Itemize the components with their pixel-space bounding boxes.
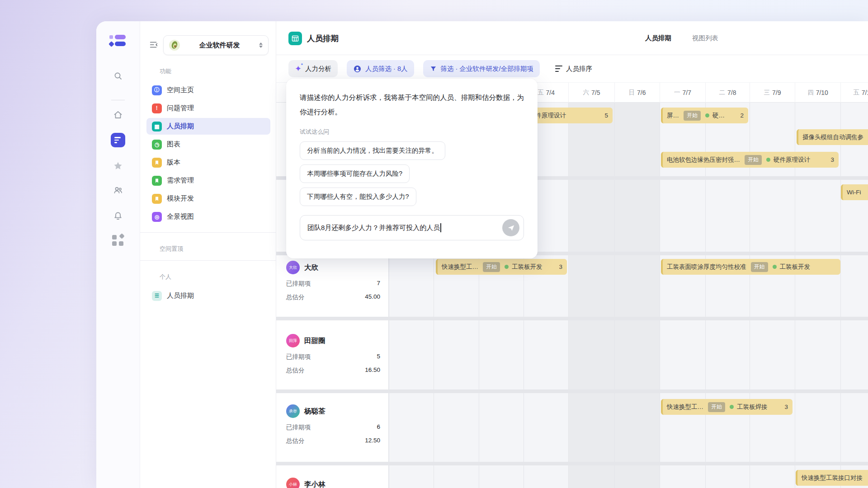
estimate-value: 2 bbox=[736, 112, 744, 119]
view-tabs: 人员排期 视图列表 bbox=[645, 21, 718, 55]
day-column-7/11: 五7/11 bbox=[840, 83, 868, 103]
estimate-value: 3 bbox=[555, 263, 562, 270]
hr-analysis-button[interactable]: ✦ 人力分析 bbox=[288, 60, 338, 77]
grid-column-line bbox=[840, 103, 841, 488]
task-title: 屏… bbox=[667, 112, 679, 120]
sidebar-item-需求管理[interactable]: 需求管理 bbox=[146, 172, 270, 189]
send-icon bbox=[507, 224, 515, 232]
task-title: 电池软包边缘热压密封强… bbox=[667, 156, 740, 164]
bookmark-icon bbox=[152, 194, 162, 204]
task-bar[interactable]: 快速换型工装接口对接 bbox=[796, 470, 868, 486]
sidebar-item-人员排期[interactable]: ☰人员排期 bbox=[146, 287, 270, 304]
send-button[interactable] bbox=[502, 219, 519, 236]
status-badge: 开始 bbox=[745, 155, 762, 165]
estimate-value: 3 bbox=[781, 404, 788, 410]
person-row: 承举杨聪荃 bbox=[276, 404, 389, 418]
person-card-杨聪荃: 承举杨聪荃已排期项6总估分12.50 bbox=[276, 404, 389, 418]
filter-button[interactable]: 筛选 · 企业软件研发/全部排期项 bbox=[423, 60, 540, 77]
workspace-avatar-icon bbox=[169, 40, 180, 51]
task-title: 快速换型工装接口对接 bbox=[802, 474, 863, 482]
person-name: 李小林 bbox=[304, 480, 326, 488]
category-dot-icon bbox=[705, 113, 709, 117]
avatar: 小林 bbox=[286, 478, 300, 488]
category-dot-icon bbox=[766, 158, 770, 162]
apps-grid-icon[interactable] bbox=[112, 234, 124, 246]
page-title: 人员排期 bbox=[307, 33, 339, 44]
task-bar[interactable]: 快速换型工…开始工装板开发3 bbox=[436, 259, 567, 275]
home-icon[interactable] bbox=[110, 107, 126, 122]
star-icon[interactable] bbox=[110, 158, 126, 174]
person-card-大欣: 大欣大欣已排期项7总估分45.00 bbox=[276, 261, 389, 274]
sidebar-divider bbox=[140, 260, 276, 261]
task-bar[interactable]: 摄像头模组自动调焦参 bbox=[797, 129, 868, 145]
task-bar[interactable]: 工装表面喷涂厚度均匀性校准开始工装板开发 bbox=[661, 259, 840, 275]
projects-icon[interactable] bbox=[111, 133, 125, 147]
tab-view-list[interactable]: 视图列表 bbox=[692, 34, 718, 42]
sidebar-item-空间主页[interactable]: ⓘ空间主页 bbox=[146, 82, 270, 99]
bookmark-icon bbox=[152, 176, 162, 186]
sidebar-item-问题管理[interactable]: ！问题管理 bbox=[146, 100, 270, 117]
scheduled-count-row: 已排期项7 bbox=[286, 280, 380, 288]
sort-icon bbox=[555, 66, 562, 72]
status-badge: 开始 bbox=[483, 262, 500, 272]
chart-icon: ◷ bbox=[152, 140, 162, 150]
sidebar-divider bbox=[140, 232, 276, 233]
person-card-田甜圈: 田萍田甜圈已排期项5总估分16.50 bbox=[276, 334, 389, 347]
task-bar[interactable]: 快速换型工…开始工装板焊接3 bbox=[661, 399, 793, 415]
sparkle-icon: ✦ bbox=[295, 65, 302, 73]
day-column-7/6: 日7/6 bbox=[614, 83, 660, 103]
task-bar[interactable]: 电池软包边缘热压密封强…开始硬件原理设计3 bbox=[661, 152, 839, 168]
sidebar-item-label: 全景视图 bbox=[167, 212, 194, 221]
input-value: 团队8月还剩多少人力？并推荐可投入的人员 bbox=[307, 223, 502, 232]
task-bar[interactable]: Wi-Fi bbox=[841, 184, 868, 200]
workspace-selector[interactable]: 企业软件研发 bbox=[163, 35, 269, 55]
pinned-section-label: 空间置顶 bbox=[160, 245, 276, 253]
hr-analysis-dialog: 请描述你的人力分析诉求，我将基于本空间的人员、排期和估分数据，为你进行分析。 试… bbox=[286, 79, 538, 258]
task-bar[interactable]: 屏…开始硬…2 bbox=[661, 108, 748, 123]
alert-icon: ！ bbox=[152, 103, 162, 113]
person-row: 小林李小林 bbox=[276, 478, 389, 488]
category-label: 工装板开发 bbox=[780, 263, 811, 271]
total-score-row: 总估分45.00 bbox=[286, 293, 380, 301]
person-card-李小林: 小林李小林 bbox=[276, 478, 389, 488]
suggestion-chip[interactable]: 下周哪些人有空，能投入多少人力? bbox=[300, 188, 416, 206]
page-header: 人员排期 人员排期 视图列表 bbox=[276, 21, 868, 55]
task-title: 快速换型工… bbox=[667, 403, 703, 411]
sidebar-menu: ⓘ空间主页！问题管理▦人员排期◷图表版本需求管理模块开发◎全景视图 bbox=[146, 82, 270, 225]
suggestion-chip[interactable]: 分析当前的人力情况，找出需要关注的异常。 bbox=[300, 141, 445, 160]
sidebar-item-label: 问题管理 bbox=[167, 104, 194, 113]
suggestion-list: 分析当前的人力情况，找出需要关注的异常。本周哪些事项可能存在人力风险?下周哪些人… bbox=[300, 141, 524, 206]
grid-column-line bbox=[614, 103, 615, 488]
people-icon[interactable] bbox=[110, 183, 126, 198]
sidebar-item-模块开发[interactable]: 模块开发 bbox=[146, 190, 270, 207]
app-window: 企业软件研发 功能 ⓘ空间主页！问题管理▦人员排期◷图表版本需求管理模块开发◎全… bbox=[96, 21, 868, 488]
category-label: 硬… bbox=[712, 112, 725, 120]
search-icon[interactable] bbox=[110, 68, 126, 84]
sidebar-collapse-icon[interactable] bbox=[148, 40, 159, 51]
sidebar-item-图表[interactable]: ◷图表 bbox=[146, 136, 270, 153]
dialog-try-label: 试试这么问 bbox=[300, 128, 524, 136]
total-score-row: 总估分16.50 bbox=[286, 366, 380, 375]
schedule-app-icon bbox=[288, 32, 302, 45]
people-filter-button[interactable]: 人员筛选 · 8人 bbox=[347, 60, 414, 77]
suggestion-chip[interactable]: 本周哪些事项可能存在人力风险? bbox=[300, 164, 410, 183]
day-column-7/8: 二7/8 bbox=[705, 83, 750, 103]
category-label: 工装板开发 bbox=[512, 263, 542, 271]
toolbar: ✦ 人力分析 人员筛选 · 8人 筛选 · 企业软件研发/全部排期项 人员排序 bbox=[276, 55, 868, 82]
people-sort-button[interactable]: 人员排序 bbox=[549, 60, 599, 77]
sidebar-item-label: 版本 bbox=[167, 158, 180, 167]
person-name: 大欣 bbox=[304, 263, 318, 272]
day-column-7/5: 六7/5 bbox=[568, 83, 614, 103]
dialog-intro-text: 请描述你的人力分析诉求，我将基于本空间的人员、排期和估分数据，为你进行分析。 bbox=[300, 90, 524, 119]
estimate-value: 5 bbox=[601, 112, 608, 119]
sidebar-item-全景视图[interactable]: ◎全景视图 bbox=[146, 208, 270, 225]
bell-icon[interactable] bbox=[110, 208, 126, 224]
sidebar-item-版本[interactable]: 版本 bbox=[146, 154, 270, 171]
section-separator bbox=[276, 317, 868, 320]
sidebar-item-label: 空间主页 bbox=[167, 86, 194, 94]
analysis-input[interactable]: 团队8月还剩多少人力？并推荐可投入的人员 bbox=[300, 215, 524, 240]
tab-schedule[interactable]: 人员排期 bbox=[645, 34, 671, 42]
category-label: 硬件原理设计 bbox=[774, 156, 810, 164]
sidebar-item-人员排期[interactable]: ▦人员排期 bbox=[146, 118, 270, 135]
category-label: 工装板焊接 bbox=[737, 403, 768, 411]
